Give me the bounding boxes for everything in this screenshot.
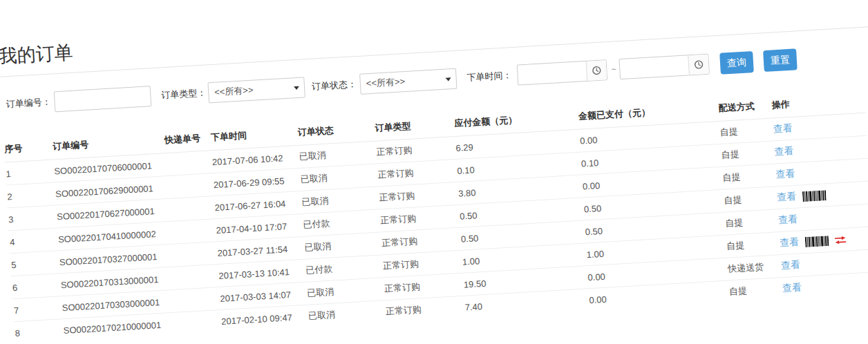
order-no-label: 订单编号： [6, 92, 52, 115]
delivery-cell: 自提 [719, 118, 773, 144]
page-title: 我的订单 [0, 40, 74, 69]
header-tracking-no: 快递单号 [163, 125, 211, 153]
order-status-label: 订单状态： [311, 74, 357, 97]
date-to-input[interactable] [619, 54, 710, 79]
orders-table: 序号 订单编号 快递单号 下单时间 订单状态 订单类型 应付金额（元） 金额已支… [3, 88, 868, 344]
order-type-value: <<所有>> [214, 85, 254, 97]
view-link[interactable]: 查看 [774, 145, 794, 159]
clock-icon [592, 66, 602, 76]
exchange-arrows-icon[interactable] [835, 236, 847, 244]
index-cell: 7 [12, 296, 62, 322]
index-cell: 2 [6, 182, 55, 208]
date-from-picker-button[interactable] [586, 60, 607, 81]
order-status-value: <<所有>> [366, 76, 405, 88]
barcode-icon[interactable] [802, 190, 827, 202]
chevron-down-icon [446, 77, 451, 81]
index-cell: 4 [8, 228, 58, 254]
index-cell: 3 [7, 205, 57, 231]
date-range-separator: ~ [608, 59, 619, 80]
tracking-no-cell [173, 287, 220, 313]
tracking-no-cell [167, 196, 215, 222]
delivery-cell: 自提 [728, 278, 782, 303]
view-link[interactable]: 查看 [781, 259, 801, 273]
order-type-cell: 正常订购 [384, 296, 465, 323]
header-delivery: 配送方式 [717, 93, 772, 122]
order-no-input[interactable] [54, 86, 151, 112]
search-button[interactable]: 查询 [719, 51, 754, 75]
view-link[interactable]: 查看 [782, 282, 802, 296]
date-from-input[interactable] [517, 59, 608, 85]
view-link[interactable]: 查看 [777, 191, 797, 204]
actions-cell: 查看 [781, 272, 868, 300]
order-time-cell: 2017-02-10 09:47 [220, 305, 308, 332]
view-link[interactable]: 查看 [773, 122, 793, 136]
delivery-cell: 自提 [723, 187, 777, 212]
delivery-cell: 自提 [721, 164, 776, 189]
date-to-picker-button[interactable] [688, 55, 709, 75]
tracking-no-cell [166, 173, 214, 199]
header-index: 序号 [3, 135, 53, 162]
order-type-label: 订单类型： [161, 83, 207, 106]
clock-icon [694, 59, 704, 70]
chevron-down-icon [294, 86, 299, 90]
index-cell: 5 [10, 251, 59, 276]
order-time-label: 下单时间： [466, 65, 513, 88]
index-cell: 6 [11, 274, 61, 299]
order-status-cell: 已取消 [307, 300, 386, 327]
order-status-select[interactable]: <<所有>> [359, 68, 457, 95]
index-cell: 8 [14, 319, 64, 344]
view-link[interactable]: 查看 [780, 236, 800, 250]
barcode-icon[interactable] [805, 236, 829, 247]
tracking-no-cell [164, 151, 212, 176]
reset-button[interactable]: 重置 [763, 48, 798, 72]
order-type-select[interactable]: <<所有>> [207, 77, 305, 103]
view-link[interactable]: 查看 [778, 213, 798, 227]
delivery-cell: 自提 [725, 232, 780, 258]
delivery-cell: 快递送货 [726, 255, 781, 280]
delivery-cell: 自提 [724, 209, 778, 235]
tracking-no-cell [169, 219, 216, 245]
tracking-no-cell [173, 309, 221, 334]
index-cell: 1 [5, 160, 55, 185]
tracking-no-cell [170, 242, 218, 267]
view-link[interactable]: 查看 [775, 168, 795, 182]
delivery-cell: 自提 [720, 141, 775, 166]
tracking-no-cell [171, 265, 219, 290]
page: 我的订单 订单编号： 订单类型： <<所有>> 订单状态： <<所有>> 下单时… [0, 0, 868, 344]
